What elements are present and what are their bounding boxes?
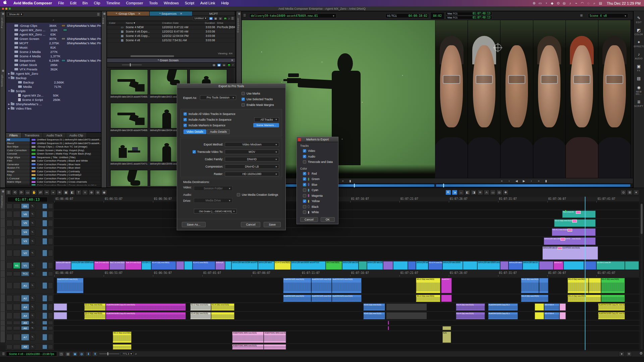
track-monitor-toggle[interactable] xyxy=(42,295,47,301)
close-composer-icon[interactable]: ⊗ xyxy=(236,11,242,16)
field-dropdown[interactable]: MOV▼ xyxy=(225,149,279,154)
bin-fast-menu-icon[interactable]: ☰ xyxy=(231,17,234,20)
field-dropdown[interactable]: HD 644x362▼ xyxy=(225,172,279,176)
bin-list-item[interactable]: Agent MX_Zero ...112K xyxy=(6,28,101,32)
bottom-bar-blue-icon[interactable]: ⬇ xyxy=(86,351,91,357)
smart-tool-icon[interactable]: ◨ xyxy=(471,190,477,195)
effect-category[interactable]: Blend xyxy=(6,142,30,145)
grid-view-icon[interactable]: ▦ xyxy=(217,63,221,67)
field-dropdown[interactable]: Video Mixdown▼ xyxy=(225,142,279,147)
export-option-use-selected-tracks[interactable]: ✓Use Selected Tracks xyxy=(241,96,274,102)
clip-segment[interactable] xyxy=(184,261,192,270)
track-lock-toggle[interactable] xyxy=(48,220,53,227)
pencil-icon[interactable]: ✎ xyxy=(30,238,35,245)
sidebar-new-391-[interactable]: ◉NEW 391... xyxy=(634,85,644,95)
track-monitor-toggle[interactable] xyxy=(42,345,47,349)
column-creation-date[interactable]: Creation Date xyxy=(162,21,200,24)
marker-option-blue[interactable]: ✓Blue xyxy=(303,182,338,188)
clip-segment[interactable]: M1+2-2(a).new.04(G) xyxy=(416,295,440,302)
sync-lock-cell[interactable] xyxy=(6,262,12,269)
timeline-tool-icon[interactable]: ◧ xyxy=(69,190,75,195)
track-select-button[interactable]: TC1 xyxy=(21,272,29,276)
sidebar-fx[interactable]: ▣FX xyxy=(634,64,644,72)
clip-segment[interactable]: AGENT0041.WAV.new.01(G) xyxy=(264,331,286,343)
sync-lock-cell[interactable] xyxy=(6,272,12,276)
disclosure-arrow-icon[interactable]: ▼ xyxy=(7,77,11,79)
track-select-button[interactable]: V4 xyxy=(21,229,29,236)
clip-segment[interactable] xyxy=(442,326,451,330)
timeline-tool-icon[interactable]: ☰ xyxy=(6,190,11,195)
track-monitor-toggle[interactable] xyxy=(42,262,47,269)
track-monitor-toggle[interactable] xyxy=(42,250,47,256)
sync-lock-cell[interactable] xyxy=(6,321,12,324)
bin-list-item[interactable]: Agent MX Ze...50K xyxy=(6,93,101,98)
clip-segment[interactable]: delivery5 xyxy=(215,261,225,270)
track-monitor-toggle[interactable] xyxy=(42,229,47,236)
status-icon[interactable]: ◔ xyxy=(543,1,549,5)
source-patch-cell[interactable] xyxy=(13,250,20,256)
tab-audio-track[interactable]: Audio Track xyxy=(43,133,66,138)
track-content-a7[interactable]: M1+2-3(a).new.03(G)AGENT0041.WAV.new.01(… xyxy=(54,331,639,343)
clip-segment[interactable]: delivery59-take18300-asset47015.new.01(G… xyxy=(342,261,359,270)
clip-segment[interactable]: Ilsa 1-w.new.02(G) xyxy=(109,261,125,270)
clip-segment[interactable]: M1+2-3(a).new.04(G) xyxy=(568,278,589,293)
clip-segment[interactable]: AGENT0041.WAV.new.01(G) xyxy=(232,331,264,343)
source-patch-cell[interactable] xyxy=(13,312,20,319)
clip-segment[interactable]: AudiONV10/5.new.01(G) xyxy=(311,295,332,302)
smart-tool-icon[interactable]: ≋ xyxy=(477,190,483,195)
zoom-window-icon[interactable] xyxy=(9,8,11,10)
bottom-bar-right-icon[interactable]: ▾ xyxy=(619,351,625,357)
bottom-bar-blue-icon[interactable]: ◍ xyxy=(79,351,85,357)
source-patch-cell[interactable] xyxy=(13,272,20,276)
timeline-tool-icon[interactable]: T xyxy=(76,190,82,195)
marker-chip[interactable] xyxy=(557,247,562,250)
bin-tab--group-clips[interactable]: * -Group Clips✕ xyxy=(107,11,150,16)
timeline-tool-icon[interactable]: ⌖ xyxy=(50,190,56,195)
menu-item-windows[interactable]: Windows xyxy=(161,0,182,6)
clip-segment[interactable] xyxy=(564,261,584,270)
track-content-a2[interactable]: AudiONV10/5.new.01(G)AudiONV10/5.new.01(… xyxy=(54,294,639,302)
column-color[interactable]: Color xyxy=(107,21,118,24)
pencil-icon[interactable]: ✎ xyxy=(30,220,35,227)
track-lock-toggle[interactable] xyxy=(48,312,53,319)
pencil-icon[interactable]: ✎ xyxy=(30,312,35,319)
bin-search-icon[interactable]: ⌕ xyxy=(232,63,234,67)
sidebar-audio[interactable]: ♪AUDIO xyxy=(634,52,644,60)
source-patch-cell[interactable] xyxy=(13,321,20,324)
sidebar-script[interactable]: ≣SCRIPT xyxy=(634,100,644,107)
clip-segment[interactable]: M1+2-3(a).new.03(G) xyxy=(113,331,131,343)
track-lock-toggle[interactable] xyxy=(48,321,53,324)
close-tab-icon[interactable]: ✕ xyxy=(138,12,141,15)
bottom-bar-blue-icon[interactable]: ▣ xyxy=(72,351,78,357)
clip-segment[interactable]: N3+4-2.new.01(G) xyxy=(552,228,596,236)
clip-segment[interactable]: K1+4-2(b).new.01(G) xyxy=(211,303,234,311)
clip-segment[interactable] xyxy=(441,295,451,302)
status-icon[interactable]: ◠ xyxy=(579,1,585,5)
clip-segment[interactable]: delivery59-take18305 xyxy=(367,261,383,270)
track-select-button[interactable]: A6 xyxy=(21,326,29,330)
pencil-icon[interactable]: ✎ xyxy=(30,334,35,341)
smart-tool-icon[interactable]: ⇲ xyxy=(452,190,458,195)
view-mode-icon[interactable]: ≣ xyxy=(218,17,222,20)
clip-segment[interactable]: AudiONV10/5.new.01(G) xyxy=(332,278,362,293)
track-select-button[interactable]: A7 xyxy=(21,334,29,341)
smart-tool-icon[interactable]: ✚ xyxy=(503,190,508,195)
video-details-tab[interactable]: Video Details xyxy=(183,129,206,134)
status-icon[interactable]: ◆ xyxy=(549,1,555,5)
settings-tab[interactable]: Settings xyxy=(0,74,6,87)
clip-segment[interactable] xyxy=(408,261,416,270)
status-icon[interactable]: ♪ xyxy=(567,1,573,5)
bin-list-item[interactable]: -Group Clips384KShinyNewMac's Mac Pro xyxy=(6,23,101,28)
sequence-row[interactable]: ▦Scene 4 v812/1/22 7:54:51 AM3:03:08 xyxy=(107,38,235,43)
effect-category[interactable]: Matrix Wipe xyxy=(6,180,30,184)
marker-option-green[interactable]: ✓Green xyxy=(303,176,338,182)
effect-preset-row[interactable]: Color Correction Presets | Blue steel xyxy=(30,166,101,170)
track-content-v6[interactable]: Ilsa 1.new.01 xyxy=(54,210,639,218)
track-lock-toggle[interactable] xyxy=(48,326,53,330)
track-lock-toggle[interactable] xyxy=(48,334,53,341)
clip-segment[interactable]: K1+4-1(b).new.08(G) xyxy=(151,261,176,270)
bin-lock-icon[interactable]: ⬒ xyxy=(227,63,231,67)
clip-segment[interactable] xyxy=(535,312,544,319)
clip-segment[interactable] xyxy=(54,312,67,319)
cancel-button[interactable]: Cancel xyxy=(241,222,260,227)
